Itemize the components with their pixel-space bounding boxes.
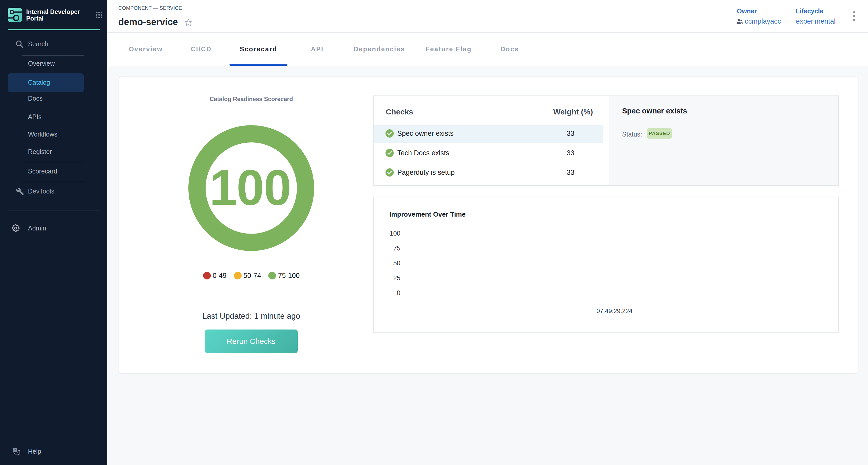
- svg-text:?: ?: [14, 448, 16, 452]
